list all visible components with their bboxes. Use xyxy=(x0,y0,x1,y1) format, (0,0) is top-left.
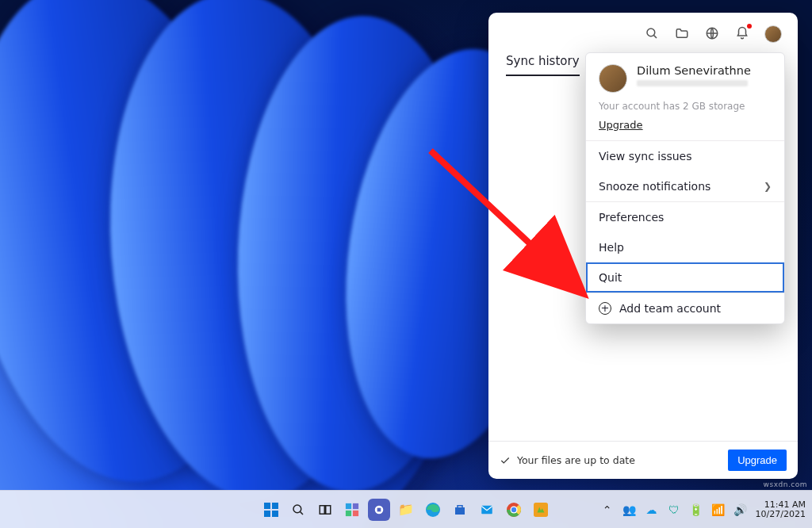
svg-rect-18 xyxy=(377,507,381,511)
teams-tray-icon[interactable]: 👥 xyxy=(622,503,637,517)
security-tray-icon[interactable]: 🛡 xyxy=(667,503,681,517)
explorer-icon[interactable]: 📁 xyxy=(395,499,417,521)
chrome-icon[interactable] xyxy=(503,499,525,521)
chevron-right-icon: ❯ xyxy=(764,181,772,192)
upgrade-button[interactable]: Upgrade xyxy=(728,450,787,471)
tab-sync-history[interactable]: Sync history xyxy=(506,54,580,76)
taskbar-search-icon[interactable] xyxy=(287,499,309,521)
mail-icon[interactable] xyxy=(476,499,498,521)
watermark: wsxdn.com xyxy=(764,480,807,488)
start-button[interactable] xyxy=(260,499,282,521)
notification-dot xyxy=(747,24,752,29)
edge-icon[interactable] xyxy=(422,499,444,521)
battery-tray-icon[interactable]: 🔋 xyxy=(689,503,703,517)
status-bar: Your files are up to date Upgrade xyxy=(488,441,798,479)
folder-icon[interactable] xyxy=(674,25,690,41)
plus-circle-icon: + xyxy=(599,302,611,315)
search-icon[interactable] xyxy=(644,25,660,41)
svg-rect-5 xyxy=(264,503,270,509)
status-text: Your files are up to date xyxy=(517,454,635,466)
wifi-tray-icon[interactable]: 📶 xyxy=(711,503,726,517)
svg-rect-15 xyxy=(346,510,351,515)
bell-icon[interactable] xyxy=(734,25,750,41)
widgets-icon[interactable] xyxy=(341,499,363,521)
menu-add-team-account[interactable]: +Add team account xyxy=(586,293,784,323)
chat-icon[interactable] xyxy=(368,499,390,521)
onedrive-tray-icon[interactable]: ☁ xyxy=(645,503,659,517)
svg-point-9 xyxy=(293,505,301,513)
globe-icon[interactable] xyxy=(704,25,720,41)
store-icon[interactable] xyxy=(449,499,471,521)
taskbar: 📁 ⌃ 👥 ☁ 🛡 🔋 📶 🔊 11:41 AM 10/27/2021 xyxy=(0,490,812,528)
check-icon xyxy=(500,455,511,466)
user-email-blurred xyxy=(637,80,748,86)
task-view-icon[interactable] xyxy=(314,499,336,521)
app-icon[interactable] xyxy=(530,499,552,521)
volume-tray-icon[interactable]: 🔊 xyxy=(733,503,748,517)
svg-rect-16 xyxy=(353,510,358,515)
svg-rect-26 xyxy=(534,503,548,517)
storage-info: Your account has 2 GB storage xyxy=(586,99,784,118)
svg-rect-20 xyxy=(481,505,492,514)
window-toolbar xyxy=(488,13,798,48)
menu-help[interactable]: Help xyxy=(586,232,784,262)
svg-point-0 xyxy=(647,29,655,36)
svg-rect-13 xyxy=(346,503,351,508)
svg-rect-7 xyxy=(264,511,270,517)
menu-view-sync-issues[interactable]: View sync issues xyxy=(586,141,784,171)
avatar[interactable] xyxy=(764,25,782,43)
svg-line-1 xyxy=(654,36,657,38)
user-name: Dilum Senevirathne xyxy=(637,64,751,77)
svg-rect-8 xyxy=(272,511,278,517)
svg-point-25 xyxy=(511,507,516,511)
account-menu: Dilum Senevirathne Your account has 2 GB… xyxy=(585,52,785,324)
menu-preferences[interactable]: Preferences xyxy=(586,202,784,232)
svg-rect-14 xyxy=(353,503,358,508)
menu-snooze-notifications[interactable]: Snooze notifications ❯ xyxy=(586,171,784,201)
taskbar-clock[interactable]: 11:41 AM 10/27/2021 xyxy=(756,500,806,518)
svg-line-10 xyxy=(301,511,303,514)
svg-rect-12 xyxy=(326,505,331,514)
svg-rect-6 xyxy=(272,503,278,509)
menu-avatar xyxy=(599,64,627,93)
tray-chevron-icon[interactable]: ⌃ xyxy=(600,503,615,517)
svg-rect-11 xyxy=(320,505,324,514)
taskbar-center: 📁 xyxy=(260,499,552,521)
upgrade-link[interactable]: Upgrade xyxy=(586,119,656,140)
menu-quit[interactable]: Quit xyxy=(586,262,784,293)
taskbar-right: ⌃ 👥 ☁ 🛡 🔋 📶 🔊 11:41 AM 10/27/2021 xyxy=(600,500,806,518)
